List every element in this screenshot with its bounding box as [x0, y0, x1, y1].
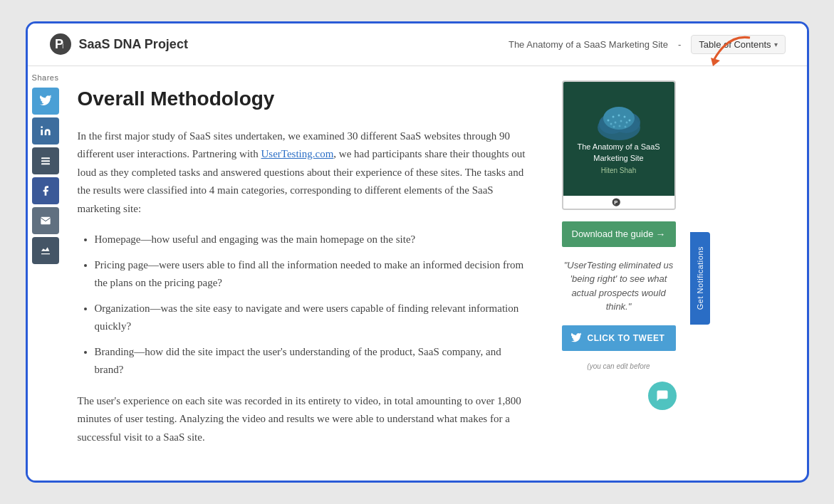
list-item: Pricing page—were users able to find all…: [95, 256, 526, 293]
notifications-tab[interactable]: Get Notifications: [690, 232, 710, 325]
svg-point-14: [617, 115, 620, 117]
download-btn-label: Download the guide: [572, 229, 654, 239]
article-paragraph-2: The user's experience on each site was r…: [78, 392, 526, 447]
article-paragraph-1: In the first major study of SaaS sites u…: [78, 127, 526, 219]
logo-text: SaaS DNA Project: [79, 37, 188, 52]
linkedin-share-button[interactable]: [32, 117, 59, 145]
buffer-share-button[interactable]: [32, 147, 59, 174]
main-layout: Shares: [28, 66, 807, 481]
nav-breadcrumb: The Anatomy of a SaaS Marketing Site: [509, 39, 668, 50]
email-share-button[interactable]: [32, 207, 59, 234]
svg-point-15: [623, 116, 625, 118]
usertesting-link[interactable]: UserTesting.com: [261, 148, 333, 159]
list-item: Homepage—how useful and engaging was the…: [95, 231, 526, 249]
svg-point-4: [41, 126, 43, 128]
browser-frame: P i SaaS DNA Project The Anatomy of a Sa…: [26, 21, 809, 483]
svg-text:i: i: [62, 41, 64, 51]
logo-area: P i SaaS DNA Project: [49, 33, 188, 56]
svg-point-20: [625, 122, 627, 124]
logo-icon: P i: [49, 33, 72, 56]
social-sidebar: Shares: [28, 66, 63, 481]
crown-share-button[interactable]: [32, 237, 59, 264]
arrow-right-icon: →: [656, 229, 666, 240]
quote-text: "UserTesting eliminated us 'being right'…: [558, 258, 679, 314]
svg-rect-5: [41, 157, 50, 159]
svg-point-12: [607, 120, 609, 122]
book-cover: The Anatomy of a SaaS Marketing Site Hit…: [563, 82, 674, 196]
list-item: Branding—how did the site impact the use…: [95, 343, 526, 379]
svg-point-21: [613, 126, 615, 128]
tweet-edit-note: (you can edit before: [587, 362, 650, 370]
article-body: In the first major study of SaaS sites u…: [78, 127, 526, 447]
book-cover-illustration: [594, 103, 644, 142]
chat-button[interactable]: [648, 382, 677, 410]
twitter-icon: [570, 332, 582, 344]
tweet-btn-label: CLICK TO TWEET: [588, 333, 665, 343]
svg-point-18: [614, 122, 616, 124]
click-to-tweet-button[interactable]: CLICK TO TWEET: [562, 325, 676, 351]
svg-rect-7: [41, 163, 50, 164]
list-item: Organization—was the site easy to naviga…: [95, 300, 526, 336]
book-footer: P: [563, 196, 674, 209]
site-header: P i SaaS DNA Project The Anatomy of a Sa…: [28, 23, 807, 66]
right-sidebar: The Anatomy of a SaaS Marketing Site Hit…: [548, 66, 690, 481]
facebook-share-button[interactable]: [32, 177, 59, 204]
article-content: Overall Methodology In the first major s…: [63, 66, 548, 481]
book-title: The Anatomy of a SaaS Marketing Site: [570, 142, 667, 164]
chat-icon: [655, 389, 669, 403]
nav-separator: -: [678, 39, 681, 50]
svg-point-22: [618, 125, 620, 127]
svg-text:P: P: [614, 199, 617, 206]
article-title: Overall Methodology: [78, 88, 526, 110]
book-card: The Anatomy of a SaaS Marketing Site Hit…: [562, 80, 676, 210]
svg-point-19: [620, 120, 622, 122]
twitter-share-button[interactable]: [32, 88, 59, 115]
svg-point-23: [624, 126, 626, 128]
notifications-tab-label: Get Notifications: [696, 246, 704, 310]
article-bullet-list: Homepage—how useful and engaging was the…: [78, 231, 526, 379]
svg-point-13: [612, 116, 614, 118]
svg-point-16: [628, 120, 630, 122]
shares-label: Shares: [32, 73, 59, 82]
download-guide-button[interactable]: Download the guide →: [562, 221, 676, 247]
chevron-down-icon: ▾: [774, 41, 778, 48]
svg-rect-6: [41, 160, 50, 162]
svg-point-17: [610, 123, 612, 125]
book-author: Hiten Shah: [601, 167, 636, 174]
book-footer-logo: P: [612, 197, 626, 207]
